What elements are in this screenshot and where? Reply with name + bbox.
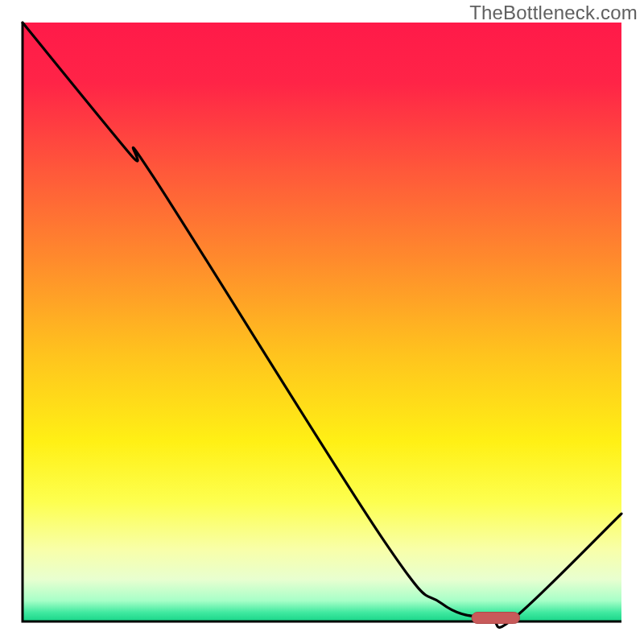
plot-background (23, 23, 621, 621)
optimal-range-marker (472, 613, 520, 624)
watermark-text: TheBottleneck.com (469, 2, 638, 24)
bottleneck-chart (0, 0, 644, 644)
chart-container: TheBottleneck.com (0, 0, 644, 644)
